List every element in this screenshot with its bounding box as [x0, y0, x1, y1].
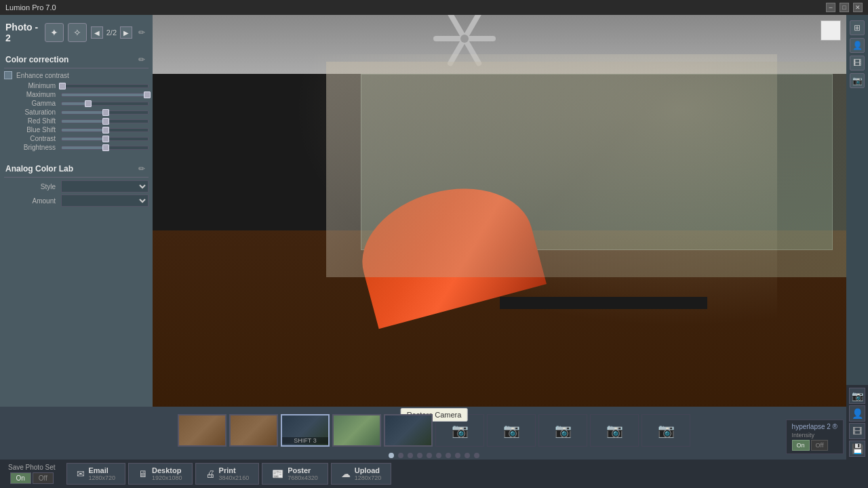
dot-8[interactable]: [455, 453, 460, 458]
slider-minimum-track[interactable]: [61, 84, 149, 88]
nav-prev-button[interactable]: ◀: [91, 26, 103, 39]
print-label: Print: [219, 466, 250, 474]
slider-gamma-track[interactable]: [61, 102, 149, 106]
vert-icon-save[interactable]: 💾: [849, 441, 865, 457]
left-panel: Photo - 2 ✦ ✧ ◀ 2/2 ▶ ✏ Color correction…: [0, 15, 153, 407]
camera-slot-2[interactable]: 📷: [487, 414, 536, 447]
analog-color-lab-section: Analog Color Lab ✏ Style Amount: [4, 161, 149, 209]
dot-10[interactable]: [474, 453, 479, 458]
dot-3[interactable]: [408, 453, 413, 458]
style-select[interactable]: [61, 180, 149, 192]
poster-button[interactable]: 📰 Poster 7680x4320: [262, 463, 328, 485]
right-icon-photo[interactable]: 📷: [850, 73, 865, 88]
dot-5[interactable]: [427, 453, 432, 458]
minimize-button[interactable]: –: [826, 3, 835, 12]
desktop-text: Desktop 1920x1080: [152, 466, 182, 481]
style-row: Style: [4, 180, 149, 192]
film-thumb-5[interactable]: [384, 414, 433, 447]
slider-maximum-label: Maximum: [4, 91, 58, 98]
vert-icon-film[interactable]: 🎞: [849, 423, 865, 439]
slider-maximum: Maximum: [4, 91, 149, 98]
color-correction-edit-icon[interactable]: ✏: [136, 54, 147, 65]
photo-edit-icon[interactable]: ✏: [136, 27, 147, 38]
amount-select[interactable]: [61, 195, 149, 207]
dot-6[interactable]: [436, 453, 441, 458]
save-off-button[interactable]: Off: [33, 472, 54, 484]
photo-header: Photo - 2 ✦ ✧ ◀ 2/2 ▶ ✏: [4, 19, 149, 49]
slider-maximum-track[interactable]: [61, 93, 149, 97]
enhance-contrast-checkbox[interactable]: [4, 71, 12, 79]
photo-icon-1[interactable]: ✦: [45, 23, 64, 42]
poster-icon: 📰: [272, 468, 283, 479]
slider-saturation-track[interactable]: [61, 110, 149, 115]
film-thumb-4[interactable]: [332, 414, 381, 447]
main-layout: Photo - 2 ✦ ✧ ◀ 2/2 ▶ ✏ Color correction…: [0, 15, 868, 488]
slider-minimum-label: Minimum: [4, 82, 58, 89]
app-title: Lumion Pro 7.0: [5, 3, 56, 12]
vert-icon-person[interactable]: 👤: [849, 405, 865, 422]
maximize-button[interactable]: □: [840, 3, 849, 12]
slider-blue-shift-track[interactable]: [61, 128, 149, 132]
dot-4[interactable]: [417, 453, 422, 458]
film-thumb-img-2: [231, 415, 277, 445]
slider-saturation-label: Saturation: [4, 108, 58, 116]
email-sub: 868x488: [89, 474, 116, 481]
vert-icon-camera[interactable]: 📷: [849, 388, 865, 404]
upload-sub: 868x488: [355, 474, 382, 481]
desktop-icon: 🖥: [138, 468, 148, 479]
slider-gamma: Gamma: [4, 100, 149, 107]
desk-table: [500, 297, 708, 308]
content-area: Photo - 2 ✦ ✧ ◀ 2/2 ▶ ✏ Color correction…: [0, 15, 868, 407]
desktop-label: Desktop: [152, 466, 182, 474]
filmstrip-area: Restore Camera SHIFT 3 📷 📷 📷 📷 📷: [0, 407, 868, 451]
shift-label: SHIFT 3: [282, 437, 328, 444]
scene-room: [153, 15, 846, 407]
film-thumb-2[interactable]: [229, 414, 278, 447]
photo-icon-2[interactable]: ✧: [68, 23, 87, 42]
slider-contrast-track[interactable]: [61, 137, 149, 141]
film-thumb-1[interactable]: [178, 414, 226, 447]
window-controls: – □ ✕: [826, 3, 863, 12]
email-label: Email: [89, 466, 116, 474]
dot-2[interactable]: [398, 453, 403, 458]
dot-7[interactable]: [446, 453, 451, 458]
save-on-button[interactable]: On: [10, 472, 31, 484]
slider-brightness-track[interactable]: [61, 146, 149, 150]
slider-red-shift-label: Red Shift: [4, 117, 58, 125]
print-button[interactable]: 🖨 Print 3840x2160: [195, 463, 260, 485]
nav-next-button[interactable]: ▶: [120, 26, 132, 39]
camera-slot-4[interactable]: 📷: [590, 414, 639, 447]
hyperlapse-on-button[interactable]: On: [792, 440, 810, 451]
dot-9[interactable]: [465, 453, 470, 458]
right-panel: ⊞ 👤 🎞 📷: [846, 15, 868, 407]
analog-color-lab-edit-icon[interactable]: ✏: [136, 163, 147, 174]
film-thumb-3[interactable]: SHIFT 3: [281, 414, 330, 447]
hyperlapse-title: hyperlapse 2 ®: [792, 423, 837, 430]
slider-saturation: Saturation: [4, 108, 149, 116]
email-button[interactable]: ✉ Email 868x488: [66, 463, 126, 485]
film-thumb-img-4: [334, 415, 380, 445]
right-icon-grid[interactable]: ⊞: [850, 20, 865, 35]
analog-color-lab-header: Analog Color Lab ✏: [4, 161, 149, 178]
right-icon-film[interactable]: 🎞: [850, 56, 865, 70]
camera-slot-5[interactable]: 📷: [642, 414, 690, 447]
camera-slot-3[interactable]: 📷: [538, 414, 587, 447]
dot-1[interactable]: [389, 453, 394, 458]
print-text: Print 3840x2160: [219, 466, 250, 481]
desktop-button[interactable]: 🖥 Desktop 1920x1080: [128, 463, 193, 485]
slider-red-shift-track[interactable]: [61, 119, 149, 123]
fan-center: [460, 35, 469, 43]
close-button[interactable]: ✕: [853, 3, 863, 12]
upload-button[interactable]: ☁ Upload 868x488: [331, 463, 392, 485]
poster-text: Poster 7680x4320: [288, 466, 318, 481]
poster-label: Poster: [288, 466, 318, 474]
right-icon-person[interactable]: 👤: [850, 38, 865, 53]
slider-minimum: Minimum: [4, 82, 149, 89]
save-photo-set-label: Save Photo Set: [8, 464, 56, 471]
slider-brightness: Brightness: [4, 144, 149, 151]
right-vertical-icons: 📷 👤 🎞 💾: [846, 385, 868, 460]
film-thumb-img-5: [385, 415, 431, 445]
hyperlapse-intensity-label: Intensity: [792, 432, 837, 439]
hyperlapse-off-button[interactable]: Off: [811, 440, 829, 451]
action-bar: Save Photo Set On Off ✉ Email 868x488 🖥…: [0, 460, 868, 488]
